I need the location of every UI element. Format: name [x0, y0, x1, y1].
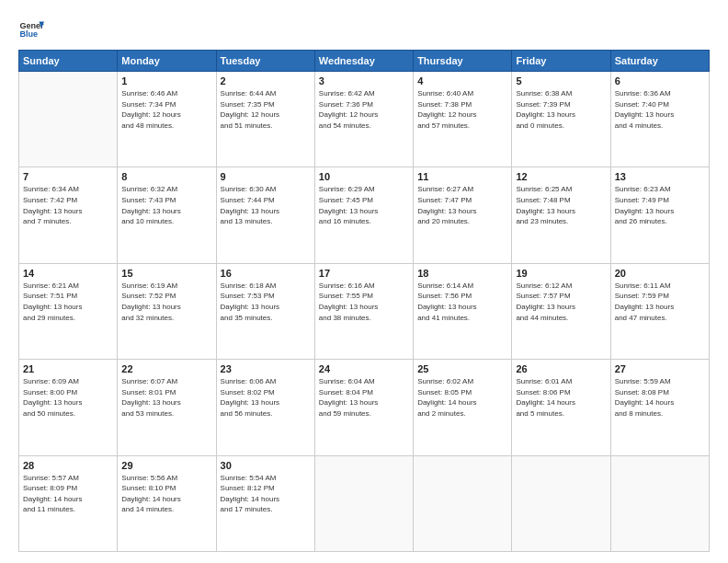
calendar-week-row: 14Sunrise: 6:21 AM Sunset: 7:51 PM Dayli…	[19, 263, 710, 359]
calendar-day-cell: 21Sunrise: 6:09 AM Sunset: 8:00 PM Dayli…	[19, 360, 118, 455]
day-number: 17	[319, 268, 409, 279]
day-info: Sunrise: 6:06 AM Sunset: 8:02 PM Dayligh…	[221, 376, 311, 419]
day-number: 30	[221, 460, 311, 471]
day-info: Sunrise: 6:32 AM Sunset: 7:43 PM Dayligh…	[121, 184, 211, 226]
day-number: 6	[615, 75, 705, 86]
calendar-day-cell: 6Sunrise: 6:36 AM Sunset: 7:40 PM Daylig…	[610, 72, 709, 167]
day-info: Sunrise: 6:42 AM Sunset: 7:36 PM Dayligh…	[319, 88, 409, 131]
calendar-week-row: 1Sunrise: 6:46 AM Sunset: 7:34 PM Daylig…	[19, 72, 710, 167]
logo-icon: General Blue	[18, 17, 44, 42]
calendar-day-cell: 12Sunrise: 6:25 AM Sunset: 7:48 PM Dayli…	[512, 167, 610, 263]
day-number: 10	[319, 171, 409, 182]
calendar-header-row: SundayMondayTuesdayWednesdayThursdayFrid…	[19, 51, 710, 72]
day-info: Sunrise: 6:34 AM Sunset: 7:42 PM Dayligh…	[23, 184, 113, 226]
calendar-day-cell	[19, 72, 118, 167]
calendar-day-header: Monday	[118, 51, 216, 72]
day-number: 23	[221, 363, 311, 374]
calendar-day-cell: 4Sunrise: 6:40 AM Sunset: 7:38 PM Daylig…	[414, 72, 512, 167]
calendar-week-row: 28Sunrise: 5:57 AM Sunset: 8:09 PM Dayli…	[19, 455, 710, 551]
calendar-day-cell	[414, 455, 512, 551]
calendar-day-cell: 14Sunrise: 6:21 AM Sunset: 7:51 PM Dayli…	[19, 263, 118, 359]
day-info: Sunrise: 6:02 AM Sunset: 8:05 PM Dayligh…	[417, 376, 507, 419]
day-number: 24	[319, 363, 409, 374]
calendar-table: SundayMondayTuesdayWednesdayThursdayFrid…	[18, 50, 710, 552]
calendar-day-cell: 24Sunrise: 6:04 AM Sunset: 8:04 PM Dayli…	[314, 360, 413, 455]
calendar-day-header: Sunday	[19, 51, 118, 72]
calendar-week-row: 21Sunrise: 6:09 AM Sunset: 8:00 PM Dayli…	[19, 360, 710, 455]
day-number: 20	[615, 268, 705, 279]
day-info: Sunrise: 5:59 AM Sunset: 8:08 PM Dayligh…	[615, 376, 705, 419]
day-number: 12	[516, 171, 606, 182]
calendar-day-header: Thursday	[414, 51, 512, 72]
day-info: Sunrise: 6:19 AM Sunset: 7:52 PM Dayligh…	[121, 281, 211, 323]
day-info: Sunrise: 6:40 AM Sunset: 7:38 PM Dayligh…	[417, 88, 507, 131]
day-number: 28	[23, 460, 113, 471]
calendar-day-cell: 28Sunrise: 5:57 AM Sunset: 8:09 PM Dayli…	[19, 455, 118, 551]
day-info: Sunrise: 6:44 AM Sunset: 7:35 PM Dayligh…	[221, 88, 311, 131]
day-info: Sunrise: 6:04 AM Sunset: 8:04 PM Dayligh…	[319, 376, 409, 419]
day-info: Sunrise: 6:38 AM Sunset: 7:39 PM Dayligh…	[516, 88, 606, 131]
day-info: Sunrise: 6:11 AM Sunset: 7:59 PM Dayligh…	[615, 281, 705, 323]
calendar-day-cell	[512, 455, 610, 551]
page-header: General Blue	[18, 17, 710, 42]
day-info: Sunrise: 6:01 AM Sunset: 8:06 PM Dayligh…	[516, 376, 606, 419]
svg-text:Blue: Blue	[19, 29, 38, 39]
day-number: 18	[417, 268, 507, 279]
day-info: Sunrise: 6:12 AM Sunset: 7:57 PM Dayligh…	[516, 281, 606, 323]
day-number: 3	[319, 75, 409, 86]
day-number: 14	[23, 268, 113, 279]
day-number: 4	[417, 75, 507, 86]
day-info: Sunrise: 6:29 AM Sunset: 7:45 PM Dayligh…	[319, 184, 409, 226]
calendar-day-header: Wednesday	[314, 51, 413, 72]
day-info: Sunrise: 6:36 AM Sunset: 7:40 PM Dayligh…	[615, 88, 705, 131]
calendar-day-header: Saturday	[610, 51, 709, 72]
day-info: Sunrise: 6:16 AM Sunset: 7:55 PM Dayligh…	[319, 281, 409, 323]
day-number: 26	[516, 363, 606, 374]
calendar-day-cell: 1Sunrise: 6:46 AM Sunset: 7:34 PM Daylig…	[118, 72, 216, 167]
calendar-day-cell: 27Sunrise: 5:59 AM Sunset: 8:08 PM Dayli…	[610, 360, 709, 455]
day-number: 8	[121, 171, 211, 182]
day-number: 22	[121, 363, 211, 374]
day-number: 5	[516, 75, 606, 86]
day-info: Sunrise: 5:54 AM Sunset: 8:12 PM Dayligh…	[221, 473, 311, 515]
calendar-day-cell: 20Sunrise: 6:11 AM Sunset: 7:59 PM Dayli…	[610, 263, 709, 359]
day-number: 29	[121, 460, 211, 471]
calendar-day-header: Tuesday	[216, 51, 314, 72]
calendar-day-cell	[610, 455, 709, 551]
calendar-day-cell: 3Sunrise: 6:42 AM Sunset: 7:36 PM Daylig…	[314, 72, 413, 167]
day-info: Sunrise: 6:23 AM Sunset: 7:49 PM Dayligh…	[615, 184, 705, 226]
day-info: Sunrise: 6:46 AM Sunset: 7:34 PM Dayligh…	[121, 88, 211, 131]
day-number: 27	[615, 363, 705, 374]
day-info: Sunrise: 5:57 AM Sunset: 8:09 PM Dayligh…	[23, 473, 113, 515]
calendar-day-cell: 8Sunrise: 6:32 AM Sunset: 7:43 PM Daylig…	[118, 167, 216, 263]
day-number: 2	[221, 75, 311, 86]
calendar-day-cell: 9Sunrise: 6:30 AM Sunset: 7:44 PM Daylig…	[216, 167, 314, 263]
calendar-day-cell: 30Sunrise: 5:54 AM Sunset: 8:12 PM Dayli…	[216, 455, 314, 551]
day-info: Sunrise: 6:18 AM Sunset: 7:53 PM Dayligh…	[221, 281, 311, 323]
calendar-day-cell: 2Sunrise: 6:44 AM Sunset: 7:35 PM Daylig…	[216, 72, 314, 167]
day-number: 16	[221, 268, 311, 279]
day-info: Sunrise: 6:07 AM Sunset: 8:01 PM Dayligh…	[121, 376, 211, 419]
calendar-day-cell: 5Sunrise: 6:38 AM Sunset: 7:39 PM Daylig…	[512, 72, 610, 167]
day-number: 19	[516, 268, 606, 279]
calendar-day-cell: 13Sunrise: 6:23 AM Sunset: 7:49 PM Dayli…	[610, 167, 709, 263]
calendar-week-row: 7Sunrise: 6:34 AM Sunset: 7:42 PM Daylig…	[19, 167, 710, 263]
calendar-day-cell: 11Sunrise: 6:27 AM Sunset: 7:47 PM Dayli…	[414, 167, 512, 263]
calendar-day-cell: 7Sunrise: 6:34 AM Sunset: 7:42 PM Daylig…	[19, 167, 118, 263]
day-info: Sunrise: 6:25 AM Sunset: 7:48 PM Dayligh…	[516, 184, 606, 226]
day-number: 9	[221, 171, 311, 182]
day-info: Sunrise: 6:21 AM Sunset: 7:51 PM Dayligh…	[23, 281, 113, 323]
calendar-day-cell: 18Sunrise: 6:14 AM Sunset: 7:56 PM Dayli…	[414, 263, 512, 359]
calendar-day-cell: 16Sunrise: 6:18 AM Sunset: 7:53 PM Dayli…	[216, 263, 314, 359]
day-number: 25	[417, 363, 507, 374]
calendar-day-cell: 25Sunrise: 6:02 AM Sunset: 8:05 PM Dayli…	[414, 360, 512, 455]
day-info: Sunrise: 6:30 AM Sunset: 7:44 PM Dayligh…	[221, 184, 311, 226]
calendar-day-cell: 23Sunrise: 6:06 AM Sunset: 8:02 PM Dayli…	[216, 360, 314, 455]
calendar-day-cell: 26Sunrise: 6:01 AM Sunset: 8:06 PM Dayli…	[512, 360, 610, 455]
logo: General Blue	[18, 17, 48, 42]
calendar-day-cell: 15Sunrise: 6:19 AM Sunset: 7:52 PM Dayli…	[118, 263, 216, 359]
calendar-day-cell	[314, 455, 413, 551]
day-info: Sunrise: 6:27 AM Sunset: 7:47 PM Dayligh…	[417, 184, 507, 226]
calendar-day-header: Friday	[512, 51, 610, 72]
day-number: 21	[23, 363, 113, 374]
